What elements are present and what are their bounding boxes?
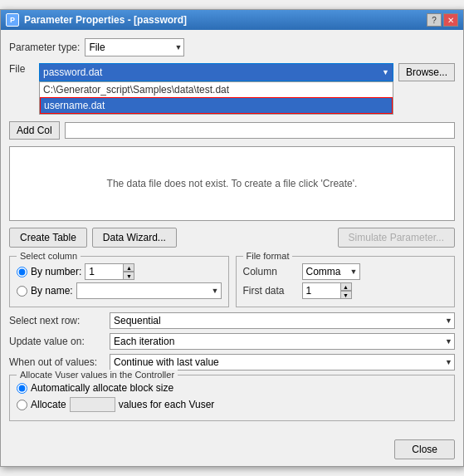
allocate-vuser-title: Allocate Vuser values in the Controller (17, 370, 178, 380)
close-dialog-button[interactable]: Close (394, 439, 455, 459)
select-column-title: Select column (17, 251, 81, 261)
action-buttons-row: Create Table Data Wizard... Simulate Par… (9, 228, 455, 248)
window-close-button[interactable]: ✕ (443, 13, 458, 27)
by-number-spin: ▲ ▼ (123, 263, 134, 280)
file-current-value: password.dat (43, 66, 102, 78)
parameter-type-label: Parameter type: (9, 42, 80, 53)
update-value-on-select-wrapper: Each iteration Each occurrence Once ▼ (110, 333, 455, 350)
select-next-row-label: Select next row: (9, 315, 105, 326)
column-format-select-wrapper: Comma Tab Space ▼ (302, 263, 360, 280)
by-number-up[interactable]: ▲ (123, 263, 134, 272)
auto-allocate-radio[interactable] (17, 383, 27, 394)
first-data-spin: ▲ ▼ (340, 282, 352, 299)
file-dropdown-item-2[interactable]: username.dat (40, 97, 393, 114)
when-out-of-values-select-wrapper: Continue with last value Cycle Abort Vus… (110, 354, 455, 370)
file-format-title: File format (243, 251, 293, 261)
update-value-on-prop: Update value on: Each iteration Each occ… (9, 333, 455, 350)
allocate-input[interactable] (70, 397, 115, 412)
window-title: Parameter Properties - [password] (24, 14, 187, 26)
add-col-input-area[interactable] (65, 122, 455, 139)
file-label: File (9, 63, 34, 75)
file-dropdown-list: C:\Generator_script\Samples\data\test.da… (39, 81, 393, 115)
create-table-button[interactable]: Create Table (9, 228, 87, 248)
column-format-row: Column Comma Tab Space ▼ (243, 263, 448, 280)
by-number-radio[interactable] (17, 267, 27, 277)
info-message: The data file does not exist. To create … (107, 178, 358, 189)
data-wizard-button[interactable]: Data Wizard... (92, 228, 177, 248)
file-row: File password.dat ▼ C:\Generator_script\… (9, 63, 455, 81)
help-button[interactable]: ? (427, 13, 442, 27)
select-next-row-select[interactable]: Sequential Random Unique (110, 312, 455, 329)
first-data-label: First data (243, 285, 297, 297)
parameter-type-select[interactable]: File Random Number Unique Number Date/Ti… (85, 38, 184, 56)
by-name-select[interactable] (76, 282, 222, 299)
allocate-vuser-group: Allocate Vuser values in the Controller … (9, 375, 455, 421)
when-out-of-values-label: When out of values: (9, 356, 105, 368)
browse-button[interactable]: Browse... (398, 63, 455, 81)
add-col-row: Add Col (9, 121, 455, 140)
parameter-type-row: Parameter type: File Random Number Uniqu… (9, 38, 455, 56)
by-name-select-wrapper: ▼ (76, 282, 222, 299)
main-window: P Parameter Properties - [password] ? ✕ … (0, 9, 464, 467)
file-input-wrapper: password.dat ▼ C:\Generator_script\Sampl… (39, 63, 393, 81)
two-col-groups: Select column By number: ▲ ▼ By name: (9, 256, 455, 307)
select-next-row-select-wrapper: Sequential Random Unique ▼ (110, 312, 455, 329)
info-panel: The data file does not exist. To create … (9, 146, 455, 221)
file-dropdown-item-1[interactable]: C:\Generator_script\Samples\data\test.da… (40, 82, 393, 97)
add-col-button[interactable]: Add Col (9, 121, 60, 140)
select-next-row-prop: Select next row: Sequential Random Uniqu… (9, 312, 455, 329)
by-name-label: By name: (31, 285, 73, 297)
update-value-on-select[interactable]: Each iteration Each occurrence Once (110, 333, 455, 350)
window-icon: P (6, 13, 19, 27)
allocate-radio[interactable] (17, 400, 27, 410)
by-name-radio[interactable] (17, 286, 27, 297)
bottom-bar: Close (1, 434, 463, 466)
parameter-type-select-wrapper: File Random Number Unique Number Date/Ti… (85, 38, 184, 56)
allocate-row: Allocate values for each Vuser (17, 397, 447, 412)
dialog-content: Parameter type: File Random Number Uniqu… (1, 30, 463, 434)
when-out-of-values-prop: When out of values: Continue with last v… (9, 354, 455, 370)
update-value-on-label: Update value on: (9, 336, 105, 347)
title-bar: P Parameter Properties - [password] ? ✕ (1, 10, 463, 30)
first-data-row: First data ▲ ▼ (243, 282, 448, 299)
title-bar-left: P Parameter Properties - [password] (6, 13, 187, 27)
file-format-group: File format Column Comma Tab Space ▼ Fir… (236, 256, 456, 307)
values-label: values for each Vuser (119, 399, 215, 410)
by-name-row: By name: ▼ (17, 282, 222, 299)
first-data-input-wrapper: ▲ ▼ (302, 282, 352, 299)
by-number-input-wrapper: ▲ ▼ (85, 263, 134, 280)
auto-allocate-label: Automatically allocate block size (31, 382, 173, 394)
simulate-parameter-button[interactable]: Simulate Parameter... (338, 228, 455, 248)
file-input-display[interactable]: password.dat ▼ (39, 63, 393, 81)
by-number-row: By number: ▲ ▼ (17, 263, 222, 280)
column-format-label: Column (243, 266, 297, 277)
by-number-down[interactable]: ▼ (123, 272, 134, 280)
column-format-select[interactable]: Comma Tab Space (302, 263, 360, 280)
first-data-down[interactable]: ▼ (340, 291, 352, 299)
auto-allocate-row: Automatically allocate block size (17, 382, 447, 394)
allocate-label: Allocate (31, 399, 66, 410)
when-out-of-values-select[interactable]: Continue with last value Cycle Abort Vus… (110, 354, 455, 370)
select-column-group: Select column By number: ▲ ▼ By name: (9, 256, 229, 307)
by-number-label: By number: (31, 266, 81, 277)
file-dropdown-arrow: ▼ (382, 68, 389, 76)
title-bar-controls: ? ✕ (427, 13, 458, 27)
first-data-up[interactable]: ▲ (340, 282, 352, 291)
